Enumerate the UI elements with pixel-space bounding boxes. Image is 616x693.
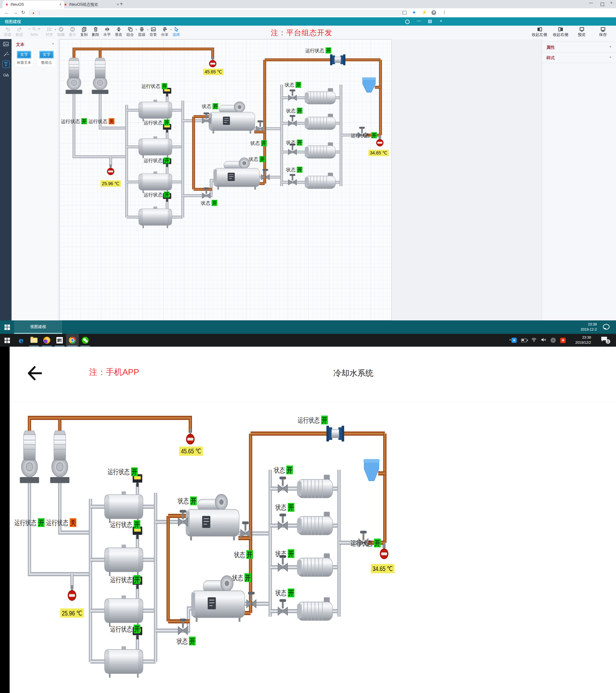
taskbar-chrome-icon[interactable] (66, 334, 79, 346)
toolbar-item-align[interactable]: 对齐▾ (43, 26, 55, 38)
status-value[interactable]: 开 (134, 625, 140, 633)
toolbar-item-save[interactable]: 保存 (592, 26, 613, 38)
status-label[interactable]: 运行状态 (350, 539, 373, 547)
status-value[interactable]: 开 (287, 466, 293, 474)
start-button[interactable] (0, 320, 14, 334)
status-label[interactable]: 状态 (286, 108, 296, 114)
motor-unit[interactable] (297, 553, 333, 576)
reload-button[interactable]: ↻ (21, 9, 25, 15)
status-value[interactable]: 开 (259, 156, 265, 162)
toolbar-item-collapse-left[interactable]: 收起左侧 (529, 26, 550, 38)
sensor-display[interactable] (133, 474, 142, 487)
back-button[interactable]: ← (4, 9, 9, 15)
status-label[interactable]: 运行状态 (141, 83, 160, 89)
app-close-icon[interactable]: × (440, 19, 442, 23)
status-value[interactable]: 开 (212, 200, 217, 206)
status-value[interactable]: 开 (297, 140, 302, 145)
battery-icon[interactable] (521, 339, 527, 342)
tank[interactable] (104, 492, 143, 523)
motor-unit[interactable] (297, 512, 333, 535)
category-shapes-icon[interactable] (0, 69, 12, 79)
tank[interactable] (139, 100, 172, 121)
toolbar-item-copy[interactable]: 复制 (78, 26, 90, 38)
taskbar-photos-icon[interactable] (53, 334, 66, 346)
wifi-icon[interactable] (532, 338, 537, 343)
status-value[interactable]: 开 (371, 133, 377, 138)
status-value[interactable]: 开 (295, 82, 301, 87)
category-wand-icon[interactable] (0, 49, 12, 59)
status-label[interactable]: 运行状态 (108, 468, 130, 475)
status-value[interactable]: 开 (261, 140, 266, 146)
status-label[interactable]: 运行状态 (143, 158, 163, 163)
window-minimize-button[interactable]: — (589, 1, 593, 5)
status-label[interactable]: 运行状态 (305, 48, 324, 53)
component-title-text[interactable]: 文字 标题文本 (15, 49, 33, 67)
component-data-point[interactable]: 文字 数据点 (37, 49, 56, 67)
volume-muted-icon[interactable] (541, 338, 546, 343)
flow-meter[interactable] (326, 426, 344, 441)
status-label[interactable]: 状态 (286, 140, 296, 145)
mobile-canvas[interactable]: 运行状态开运行状态开运行状态开运行状态关运行状态开状态开状态开状态开状态开状态开… (9, 402, 616, 693)
toolbar-item-delete[interactable]: 删除 (90, 26, 101, 38)
address-input[interactable]: ▲ | (28, 9, 404, 16)
app-circle-icon[interactable] (405, 20, 410, 24)
status-value[interactable]: 开 (162, 83, 167, 89)
status-label[interactable]: 状态 (201, 103, 212, 109)
status-label[interactable]: 状态 (232, 574, 243, 581)
toolbar-item-group[interactable]: 组合▾ (124, 26, 136, 38)
tank[interactable] (104, 646, 143, 678)
design-canvas[interactable]: 运行状态开运行状态开运行状态开运行状态关运行状态开状态开状态开状态开状态开状态开… (58, 39, 542, 320)
status-label[interactable]: 状态 (275, 504, 287, 511)
status-label[interactable]: 运行状态 (143, 192, 163, 197)
status-label[interactable]: 运行状态 (61, 119, 80, 124)
status-label[interactable]: 状态 (275, 550, 287, 557)
status-value[interactable]: 关 (70, 519, 76, 527)
temp-value[interactable]: 45.65 ℃ (181, 448, 201, 455)
toolbar-item-layer[interactable]: 层级▾ (136, 26, 148, 38)
tank[interactable] (139, 137, 172, 158)
zoom-out-icon[interactable] (27, 26, 32, 32)
status-label[interactable]: 状态 (275, 589, 287, 597)
status-label[interactable]: 状态 (248, 156, 258, 162)
status-value[interactable]: 开 (326, 48, 331, 53)
zoom-in-icon[interactable] (37, 26, 41, 32)
temp-transmitter[interactable] (380, 544, 388, 559)
status-label[interactable]: 运行状态 (110, 576, 132, 583)
motor-unit[interactable] (297, 597, 333, 620)
temp-value[interactable]: 25.96 ℃ (62, 609, 82, 617)
caret-down-icon[interactable]: ▼ (52, 42, 55, 45)
status-value[interactable]: 关 (109, 119, 114, 124)
action-center-icon[interactable] (603, 324, 610, 330)
profile-avatar[interactable] (431, 10, 436, 15)
status-label[interactable]: 运行状态 (15, 519, 37, 527)
status-value[interactable]: 开 (297, 108, 302, 114)
tank[interactable] (139, 172, 172, 193)
panel-row-style[interactable]: 样式 ▼ (542, 53, 616, 63)
mobile-back-button[interactable] (26, 365, 43, 382)
temp-value[interactable]: 45.65 ℃ (205, 70, 222, 75)
tank[interactable] (139, 207, 172, 229)
status-label[interactable]: 状态 (234, 551, 245, 558)
toolbar-item-select[interactable]: 选择 (171, 26, 182, 38)
tank[interactable] (104, 595, 143, 627)
category-image-icon[interactable] (0, 39, 12, 49)
panel-row-attributes[interactable]: 属性 ▼ (542, 42, 616, 53)
status-value[interactable]: 开 (81, 119, 86, 124)
status-value[interactable]: 开 (190, 497, 196, 504)
status-value[interactable]: 开 (374, 539, 381, 547)
funnel[interactable] (363, 459, 380, 481)
bookmark-star-icon[interactable]: ★ (412, 10, 416, 15)
status-value[interactable]: 开 (164, 158, 169, 163)
status-value[interactable]: 开 (164, 192, 169, 197)
new-tab-button[interactable]: + (120, 1, 123, 7)
taskbar-firefox-icon[interactable] (40, 334, 53, 346)
canvas-page[interactable]: 运行状态开运行状态开运行状态开运行状态关运行状态开状态开状态开状态开状态开状态开… (59, 39, 392, 320)
status-value[interactable]: 开 (247, 551, 253, 558)
baidu-netdisk-icon[interactable]: ❉ (560, 338, 566, 343)
temp-value[interactable]: 25.96 ℃ (102, 181, 119, 186)
status-value[interactable]: 开 (288, 589, 294, 597)
status-value[interactable]: 开 (297, 167, 302, 172)
status-value[interactable]: 开 (38, 519, 44, 527)
window-close-button[interactable]: × (610, 1, 613, 5)
panel-section-title[interactable]: 文本 (16, 42, 24, 47)
